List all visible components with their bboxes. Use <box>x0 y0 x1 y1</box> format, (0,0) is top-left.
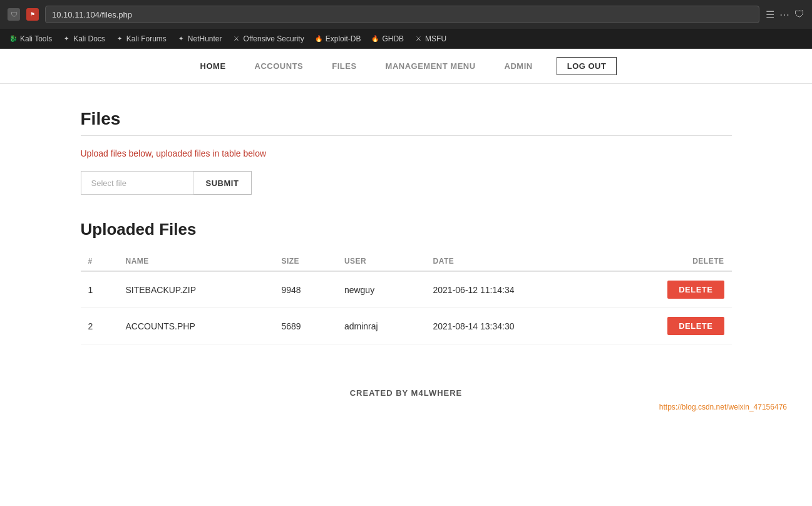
upload-description: Upload files below, uploaded files in ta… <box>81 148 732 158</box>
bookmark-kali-tools[interactable]: 🐉 Kali Tools <box>5 33 56 44</box>
col-header-delete: DELETE <box>601 252 731 271</box>
cell-user: adminraj <box>337 308 426 344</box>
bookmark-label: Exploit-DB <box>326 34 361 43</box>
bookmark-label: Kali Forums <box>126 34 167 43</box>
bookmark-label: GHDB <box>382 34 404 43</box>
bookmark-label: MSFU <box>425 34 446 43</box>
table-row: 1 SITEBACKUP.ZIP 9948 newguy 2021-06-12 … <box>81 271 732 308</box>
bookmark-kali-forums[interactable]: ✦ Kali Forums <box>111 33 170 44</box>
bookmark-label: Kali Docs <box>73 34 105 43</box>
nav-home[interactable]: HOME <box>195 59 231 73</box>
cell-size: 5689 <box>274 308 337 344</box>
table-row: 2 ACCOUNTS.PHP 5689 adminraj 2021-08-14 … <box>81 308 732 344</box>
bookmark-kali-docs[interactable]: ✦ Kali Docs <box>58 33 109 44</box>
bookmark-offensive-security[interactable]: ⚔ Offensive Security <box>229 33 308 44</box>
cell-num: 1 <box>81 271 118 308</box>
browser-security-icon: 🛡 <box>8 8 20 21</box>
delete-button-row1[interactable]: DELETE <box>667 281 724 299</box>
shield-button[interactable]: 🛡 <box>794 9 804 20</box>
kali-tools-icon: 🐉 <box>9 34 18 43</box>
file-input[interactable]: Select file <box>81 171 193 195</box>
nav-logout[interactable]: LOG OUT <box>557 57 617 75</box>
msfu-icon: ⚔ <box>414 34 423 43</box>
table-header-row: # NAME SIZE USER DATE DELETE <box>81 252 732 271</box>
page-title: Files <box>81 109 732 129</box>
browser-favicon: ⚑ <box>26 8 39 21</box>
file-input-placeholder: Select file <box>91 178 126 188</box>
bookmark-exploit-db[interactable]: 🔥 Exploit-DB <box>311 33 365 44</box>
nav-bar: HOME ACCOUNTS FILES MANAGEMENT MENU ADMI… <box>0 49 812 84</box>
exploit-db-icon: 🔥 <box>314 34 323 43</box>
nav-management-menu[interactable]: MANAGEMENT MENU <box>381 59 481 73</box>
kali-forums-icon: ✦ <box>115 34 124 43</box>
upload-form: Select file SUBMIT <box>81 171 732 195</box>
nav-files[interactable]: FILES <box>327 59 361 73</box>
address-bar[interactable]: 10.10.11.104/files.php <box>45 6 759 23</box>
cell-size: 9948 <box>274 271 337 308</box>
cell-delete: DELETE <box>601 308 731 344</box>
cell-num: 2 <box>81 308 118 344</box>
col-header-size: SIZE <box>274 252 337 271</box>
files-table: # NAME SIZE USER DATE DELETE 1 SITEBACKU… <box>81 252 732 344</box>
col-header-num: # <box>81 252 118 271</box>
bookmark-label: NetHunter <box>188 34 222 43</box>
browser-actions: ☰ ⋯ 🛡 <box>766 9 804 21</box>
reader-mode-button[interactable]: ☰ <box>766 9 774 21</box>
kali-docs-icon: ✦ <box>62 34 71 43</box>
footer-link[interactable]: https://blog.csdn.net/weixin_47156476 <box>659 403 787 411</box>
browser-chrome: 🛡 ⚑ 10.10.11.104/files.php ☰ ⋯ 🛡 <box>0 0 812 29</box>
submit-button[interactable]: SUBMIT <box>193 171 252 195</box>
ghdb-icon: 🔥 <box>371 34 379 43</box>
cell-date: 2021-08-14 13:34:30 <box>426 308 602 344</box>
nethunter-icon: ✦ <box>177 34 185 43</box>
uploaded-files-title: Uploaded Files <box>81 220 732 239</box>
nav-admin[interactable]: ADMIN <box>500 59 538 73</box>
cell-user: newguy <box>337 271 426 308</box>
footer-wrapper: CREATED BY M4LWHERE https://blog.csdn.ne… <box>0 369 812 416</box>
cell-date: 2021-06-12 11:14:34 <box>426 271 602 308</box>
col-header-name: NAME <box>118 252 274 271</box>
bookmark-label: Kali Tools <box>20 34 52 43</box>
col-header-user: USER <box>337 252 426 271</box>
page-wrapper: HOME ACCOUNTS FILES MANAGEMENT MENU ADMI… <box>0 49 812 506</box>
col-header-date: DATE <box>426 252 602 271</box>
offensive-security-icon: ⚔ <box>232 34 241 43</box>
main-content: Files Upload files below, uploaded files… <box>31 84 782 369</box>
more-menu-button[interactable]: ⋯ <box>779 9 789 21</box>
bookmarks-bar: 🐉 Kali Tools ✦ Kali Docs ✦ Kali Forums ✦… <box>0 29 812 49</box>
bookmark-label: Offensive Security <box>244 34 304 43</box>
cell-delete: DELETE <box>601 271 731 308</box>
cell-filename: ACCOUNTS.PHP <box>118 308 274 344</box>
delete-button-row2[interactable]: DELETE <box>667 317 724 335</box>
cell-filename: SITEBACKUP.ZIP <box>118 271 274 308</box>
title-divider <box>81 135 732 136</box>
nav-accounts[interactable]: ACCOUNTS <box>250 59 309 73</box>
bookmark-nethunter[interactable]: ✦ NetHunter <box>173 33 226 44</box>
bookmark-ghdb[interactable]: 🔥 GHDB <box>367 33 408 44</box>
bookmark-msfu[interactable]: ⚔ MSFU <box>410 33 450 44</box>
